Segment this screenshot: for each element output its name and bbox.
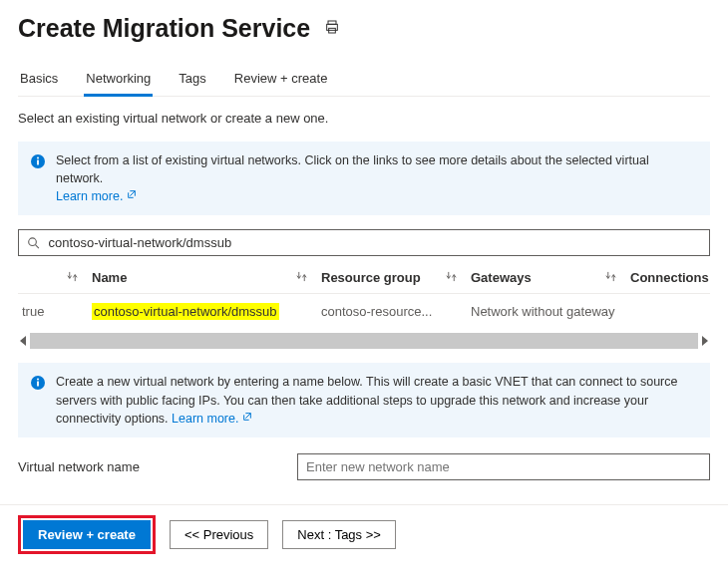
- col-connections[interactable]: Connections: [630, 270, 709, 285]
- info-new-text: Create a new virtual network by entering…: [56, 375, 677, 425]
- horizontal-scrollbar[interactable]: [18, 333, 710, 349]
- highlight-annotation: Review + create: [18, 515, 156, 554]
- info-existing-text: Select from a list of existing virtual n…: [56, 153, 649, 185]
- sort-icon[interactable]: [67, 270, 78, 285]
- learn-more-new-link[interactable]: Learn more.: [172, 412, 252, 426]
- intro-text: Select an existing virtual network or cr…: [18, 111, 710, 126]
- tab-bar: Basics Networking Tags Review + create: [18, 65, 710, 97]
- search-icon: [27, 236, 41, 250]
- review-create-button[interactable]: Review + create: [23, 520, 151, 549]
- col-resource-group[interactable]: Resource group: [321, 270, 421, 285]
- external-link-icon: [127, 189, 137, 203]
- tab-review-create[interactable]: Review + create: [232, 65, 330, 96]
- svg-point-10: [37, 379, 39, 381]
- network-search-input[interactable]: [47, 234, 701, 251]
- col-gateways[interactable]: Gateways: [471, 270, 532, 285]
- vnet-name-label: Virtual network name: [18, 459, 297, 474]
- svg-point-6: [29, 238, 37, 246]
- page-title: Create Migration Service: [18, 14, 310, 43]
- row-selected: true: [18, 294, 88, 330]
- row-resource-group: contoso-resource...: [317, 294, 467, 330]
- info-icon: [30, 375, 46, 391]
- sort-icon[interactable]: [446, 270, 457, 285]
- next-button[interactable]: Next : Tags >>: [282, 520, 396, 549]
- svg-rect-4: [37, 160, 39, 165]
- network-search[interactable]: [18, 229, 710, 256]
- info-existing-network: Select from a list of existing virtual n…: [18, 142, 710, 215]
- row-name[interactable]: contoso-virtual-network/dmssub: [92, 303, 279, 320]
- footer-bar: Review + create << Previous Next : Tags …: [0, 504, 728, 568]
- tab-basics[interactable]: Basics: [18, 65, 60, 96]
- table-row[interactable]: true contoso-virtual-network/dmssub cont…: [18, 294, 710, 330]
- vnet-name-input[interactable]: [297, 453, 710, 480]
- external-link-icon: [242, 412, 252, 426]
- print-icon[interactable]: [324, 19, 340, 38]
- info-icon: [30, 153, 46, 169]
- col-name[interactable]: Name: [92, 270, 127, 285]
- network-table: Name Resource group Gateways Connections: [18, 262, 710, 349]
- row-gateways: Network without gateway: [467, 294, 626, 330]
- info-new-network: Create a new virtual network by entering…: [18, 363, 710, 437]
- svg-point-5: [37, 157, 39, 159]
- tab-tags[interactable]: Tags: [177, 65, 207, 96]
- learn-more-existing-link[interactable]: Learn more.: [56, 189, 137, 203]
- tab-networking[interactable]: Networking: [84, 65, 153, 97]
- svg-rect-9: [37, 382, 39, 387]
- svg-line-7: [35, 245, 38, 248]
- previous-button[interactable]: << Previous: [170, 520, 268, 549]
- sort-icon[interactable]: [296, 270, 307, 285]
- sort-icon[interactable]: [605, 270, 616, 285]
